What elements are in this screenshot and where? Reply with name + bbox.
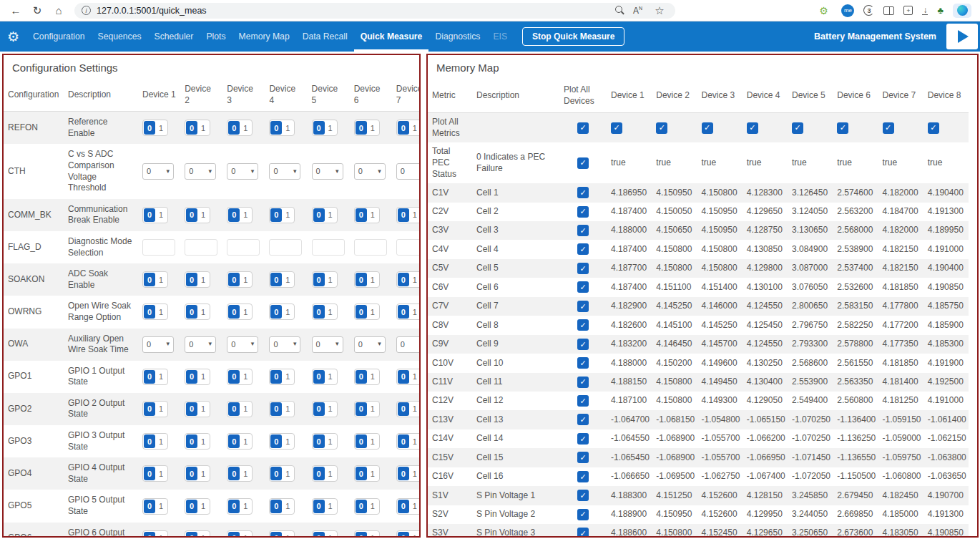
plot-metric-checkbox[interactable]: ✓: [577, 263, 589, 274]
toggle-option-1[interactable]: 1: [325, 402, 336, 416]
device-plot-checkbox[interactable]: ✓: [611, 122, 622, 134]
binary-toggle[interactable]: 01: [269, 401, 295, 417]
toggle-option-0[interactable]: 0: [356, 305, 367, 319]
toggle-option-0[interactable]: 0: [228, 532, 240, 538]
plot-metric-checkbox[interactable]: ✓: [577, 339, 589, 350]
binary-toggle[interactable]: 01: [269, 207, 295, 223]
toggle-option-1[interactable]: 1: [409, 121, 419, 135]
binary-toggle[interactable]: 01: [396, 207, 419, 223]
toggle-option-0[interactable]: 0: [228, 500, 240, 513]
binary-toggle[interactable]: 01: [185, 369, 210, 385]
plot-metric-checkbox[interactable]: ✓: [577, 395, 589, 407]
toggle-option-1[interactable]: 1: [325, 434, 336, 448]
binary-toggle[interactable]: 01: [354, 369, 380, 385]
value-select[interactable]: 0▾: [227, 163, 258, 180]
binary-toggle[interactable]: 01: [142, 120, 168, 136]
toggle-option-0[interactable]: 0: [356, 402, 367, 416]
toggle-option-1[interactable]: 1: [409, 500, 419, 513]
toggle-option-0[interactable]: 0: [144, 500, 155, 513]
toggle-option-0[interactable]: 0: [228, 434, 240, 448]
plot-metric-checkbox[interactable]: ✓: [577, 243, 589, 255]
toggle-option-1[interactable]: 1: [367, 500, 378, 513]
binary-toggle[interactable]: 01: [269, 120, 295, 136]
toggle-option-0[interactable]: 0: [398, 467, 409, 480]
binary-toggle[interactable]: 01: [185, 401, 210, 417]
toggle-option-0[interactable]: 0: [270, 434, 282, 448]
toggle-option-1[interactable]: 1: [155, 273, 167, 286]
toggle-option-0[interactable]: 0: [356, 121, 367, 135]
toggle-option-0[interactable]: 0: [228, 273, 240, 286]
plot-metric-checkbox[interactable]: ✓: [577, 433, 589, 445]
binary-toggle[interactable]: 01: [227, 271, 253, 288]
binary-toggle[interactable]: 01: [396, 369, 419, 385]
binary-toggle[interactable]: 01: [142, 530, 168, 538]
toggle-option-0[interactable]: 0: [228, 208, 240, 222]
toggle-option-0[interactable]: 0: [144, 273, 155, 286]
binary-toggle[interactable]: 01: [396, 433, 419, 450]
toggle-option-0[interactable]: 0: [144, 121, 155, 135]
value-select[interactable]: 0▾: [396, 336, 419, 353]
toggle-option-1[interactable]: 1: [409, 208, 419, 222]
toggle-option-0[interactable]: 0: [144, 402, 155, 416]
plot-metric-checkbox[interactable]: ✓: [577, 281, 589, 293]
toggle-option-0[interactable]: 0: [270, 121, 282, 135]
favorite-star-icon[interactable]: ☆: [651, 3, 668, 19]
toggle-option-0[interactable]: 0: [398, 532, 409, 538]
binary-toggle[interactable]: 01: [185, 120, 210, 136]
plot-metric-checkbox[interactable]: ✓: [577, 471, 589, 482]
value-select[interactable]: 0▾: [312, 336, 343, 353]
plot-metric-checkbox[interactable]: ✓: [577, 414, 589, 425]
toggle-option-0[interactable]: 0: [313, 273, 325, 286]
toggle-option-0[interactable]: 0: [186, 532, 197, 538]
toggle-option-0[interactable]: 0: [270, 467, 282, 480]
toggle-option-0[interactable]: 0: [356, 467, 367, 480]
toggle-option-1[interactable]: 1: [155, 434, 167, 448]
browser-essentials-icon[interactable]: 3: [863, 5, 874, 16]
extension-clover-icon[interactable]: ♣: [937, 5, 944, 16]
toggle-option-1[interactable]: 1: [155, 467, 167, 480]
refresh-icon[interactable]: ↻: [29, 3, 46, 19]
value-select[interactable]: 0▾: [269, 336, 300, 353]
toggle-option-1[interactable]: 1: [240, 208, 251, 222]
device-plot-checkbox[interactable]: ✓: [702, 122, 713, 134]
binary-toggle[interactable]: 01: [269, 304, 295, 320]
toggle-option-0[interactable]: 0: [144, 532, 155, 538]
address-bar[interactable]: i 127.0.0.1:5001/quick_meas AN ☆: [74, 3, 675, 19]
plot-metric-checkbox[interactable]: ✓: [577, 528, 589, 538]
device-plot-checkbox[interactable]: ✓: [656, 122, 667, 134]
toggle-option-0[interactable]: 0: [228, 467, 240, 480]
nav-item-scheduler[interactable]: Scheduler: [148, 21, 200, 52]
binary-toggle[interactable]: 01: [269, 465, 295, 482]
binary-toggle[interactable]: 01: [269, 530, 295, 538]
binary-toggle[interactable]: 01: [354, 401, 380, 417]
toggle-option-1[interactable]: 1: [155, 402, 167, 416]
toggle-option-0[interactable]: 0: [356, 208, 367, 222]
toggle-option-1[interactable]: 1: [240, 500, 251, 513]
toggle-option-1[interactable]: 1: [325, 208, 336, 222]
toggle-option-1[interactable]: 1: [325, 273, 336, 286]
toggle-option-1[interactable]: 1: [155, 208, 167, 222]
toggle-option-1[interactable]: 1: [197, 434, 209, 448]
toggle-option-1[interactable]: 1: [367, 370, 378, 384]
flag-d-input[interactable]: [312, 239, 345, 256]
binary-toggle[interactable]: 01: [269, 433, 295, 450]
binary-toggle[interactable]: 01: [227, 369, 253, 385]
toggle-option-1[interactable]: 1: [282, 273, 293, 286]
binary-toggle[interactable]: 01: [227, 207, 253, 223]
toggle-option-1[interactable]: 1: [409, 402, 419, 416]
plot-metric-checkbox[interactable]: ✓: [577, 206, 589, 218]
toggle-option-1[interactable]: 1: [325, 370, 336, 384]
value-select[interactable]: 0▾: [142, 336, 174, 353]
device-plot-checkbox[interactable]: ✓: [928, 122, 939, 134]
toggle-option-0[interactable]: 0: [186, 208, 197, 222]
toggle-option-1[interactable]: 1: [240, 370, 251, 384]
device-plot-checkbox[interactable]: ✓: [792, 122, 803, 134]
toggle-option-0[interactable]: 0: [313, 305, 325, 319]
toggle-option-0[interactable]: 0: [398, 402, 409, 416]
plot-metric-checkbox[interactable]: ✓: [577, 157, 589, 169]
device-plot-checkbox[interactable]: ✓: [837, 122, 848, 134]
split-screen-icon[interactable]: [883, 6, 894, 15]
toggle-option-1[interactable]: 1: [197, 402, 209, 416]
binary-toggle[interactable]: 01: [269, 369, 295, 385]
toggle-option-0[interactable]: 0: [313, 121, 325, 135]
